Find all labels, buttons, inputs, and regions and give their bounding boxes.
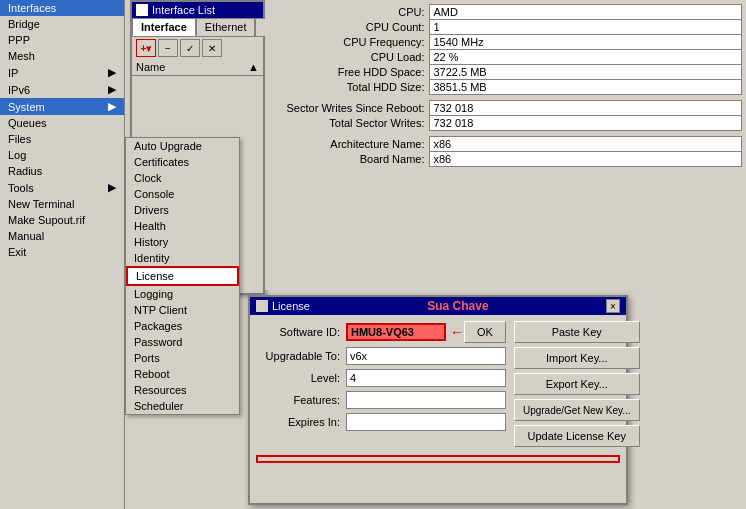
info-value: 3851.5 MB [429,80,742,95]
info-value: 732 018 [429,116,742,131]
submenu-logging[interactable]: Logging [126,286,239,302]
submenu-packages[interactable]: Packages [126,318,239,334]
window-icon [136,4,148,16]
sidebar-item-ppp[interactable]: PPP [0,32,124,48]
arrow-right-icon: ▶ [108,100,116,113]
sidebar-item-queues[interactable]: Queues [0,115,124,131]
info-value: 1540 MHz [429,35,742,50]
software-id-row: Software ID: ← OK [256,321,506,343]
info-label: CPU Load: [269,50,429,65]
table-row: CPU Load: 22 % Drops [269,50,742,65]
arrow-right-icon: ▶ [108,66,116,79]
submenu-license[interactable]: License [126,266,239,286]
features-label: Features: [256,394,346,406]
sidebar-item-tools[interactable]: Tools ▶ [0,179,124,196]
sidebar-label: PPP [8,34,30,46]
dialog-title: License [272,300,310,312]
update-license-button[interactable]: Update License Key [514,425,640,447]
sidebar-item-manual[interactable]: Manual [0,228,124,244]
submenu-identity[interactable]: Identity [126,250,239,266]
sidebar-item-ipv6[interactable]: IPv6 ▶ [0,81,124,98]
upgradable-input[interactable] [346,347,506,365]
info-label: Architecture Name: [269,137,429,152]
license-form: Software ID: ← OK Upgradable To: Level: … [256,321,506,447]
submenu-password[interactable]: Password [126,334,239,350]
title-left: License [256,300,310,312]
sidebar-item-exit[interactable]: Exit [0,244,124,260]
col-header-name: Name ▲ [132,59,263,76]
sidebar-item-mesh[interactable]: Mesh [0,48,124,64]
submenu-scheduler[interactable]: Scheduler [126,398,239,414]
info-label: CPU Frequency: [269,35,429,50]
interface-list-titlebar: Interface List [132,2,263,18]
tab-ethernet[interactable]: Ethernet [196,18,256,36]
info-label: Sector Writes Since Reboot: [269,101,429,116]
paste-key-button[interactable]: Paste Key [514,321,640,343]
x-button[interactable]: ✕ [202,39,222,57]
sidebar-item-log[interactable]: Log [0,147,124,163]
sidebar-item-files[interactable]: Files [0,131,124,147]
tabs-row: Interface Ethernet Eo [132,18,263,37]
toolbar: +▾ − ✓ ✕ [132,37,263,59]
table-row: CPU: AMD [269,5,742,20]
sort-icon: ▲ [248,61,259,73]
info-value: x86 [429,152,742,167]
submenu-history[interactable]: History [126,234,239,250]
table-row: Architecture Name: x86 [269,137,742,152]
system-info-table: CPU: AMD CPU Count: 1 CPU Frequency: 154… [269,4,742,167]
info-label: Total Sector Writes: [269,116,429,131]
submenu-resources[interactable]: Resources [126,382,239,398]
info-value: x86 [429,137,742,152]
level-input[interactable] [346,369,506,387]
submenu-clock[interactable]: Clock [126,170,239,186]
check-button[interactable]: ✓ [180,39,200,57]
sidebar-label: Exit [8,246,26,258]
license-titlebar: License Sua Chave × [250,297,626,315]
add-button[interactable]: +▾ [136,39,156,57]
import-key-button[interactable]: Import Key... [514,347,640,369]
features-input[interactable] [346,391,506,409]
submenu-certificates[interactable]: Certificates [126,154,239,170]
license-dialog: License Sua Chave × Software ID: ← OK Up… [248,295,628,505]
software-id-label: Software ID: [256,326,346,338]
sidebar-label: Radius [8,165,42,177]
submenu-auto-upgrade[interactable]: Auto Upgrade [126,138,239,154]
submenu-health[interactable]: Health [126,218,239,234]
submenu-console[interactable]: Console [126,186,239,202]
sidebar-label: Manual [8,230,44,242]
sidebar-item-new-terminal[interactable]: New Terminal [0,196,124,212]
remove-button[interactable]: − [158,39,178,57]
sidebar: Interfaces Bridge PPP Mesh IP ▶ IPv6 ▶ S… [0,0,125,509]
features-row: Features: [256,391,506,409]
submenu-ports[interactable]: Ports [126,350,239,366]
submenu-reboot[interactable]: Reboot [126,366,239,382]
sidebar-label: Tools [8,182,34,194]
level-label: Level: [256,372,346,384]
sidebar-label: Interfaces [8,2,56,14]
info-value: 3722.5 MB [429,65,742,80]
submenu-ntp-client[interactable]: NTP Client [126,302,239,318]
sidebar-item-system[interactable]: System ▶ [0,98,124,115]
close-button[interactable]: × [606,299,620,313]
expires-input[interactable] [346,413,506,431]
info-label: Board Name: [269,152,429,167]
ok-button[interactable]: OK [464,321,506,343]
sidebar-item-radius[interactable]: Radius [0,163,124,179]
license-body: Software ID: ← OK Upgradable To: Level: … [250,315,626,453]
info-value: 1 [429,20,742,35]
sidebar-item-make-supout[interactable]: Make Supout.rif [0,212,124,228]
upgrade-key-button[interactable]: Upgrade/Get New Key... [514,399,640,421]
sidebar-label: Queues [8,117,47,129]
table-row: Total HDD Size: 3851.5 MB [269,80,742,95]
table-row: CPU Frequency: 1540 MHz [269,35,742,50]
export-key-button[interactable]: Export Key... [514,373,640,395]
sidebar-item-interfaces[interactable]: Interfaces [0,0,124,16]
software-id-input[interactable] [346,323,446,341]
sidebar-item-ip[interactable]: IP ▶ [0,64,124,81]
info-value: AMD [429,5,742,20]
info-value: 22 % Drops [429,50,742,65]
tab-interface[interactable]: Interface [132,18,196,36]
level-row: Level: [256,369,506,387]
submenu-drivers[interactable]: Drivers [126,202,239,218]
sidebar-item-bridge[interactable]: Bridge [0,16,124,32]
